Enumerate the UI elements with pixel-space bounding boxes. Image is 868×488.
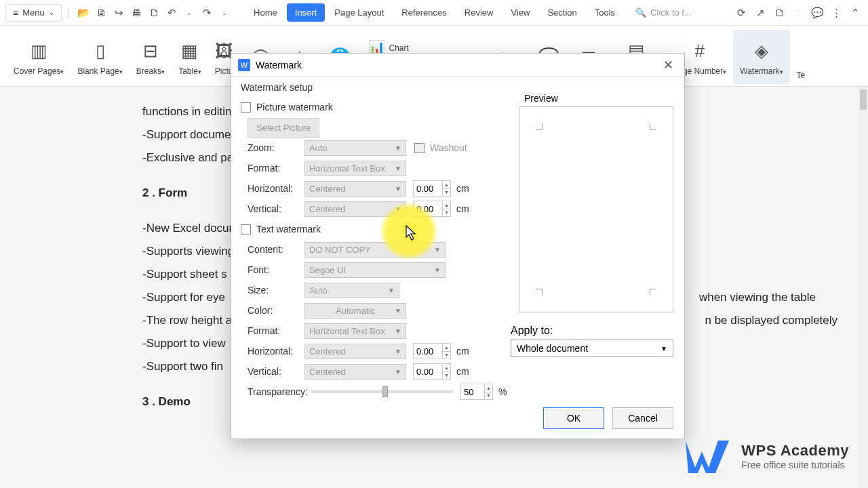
more-icon[interactable]: ⋮ <box>829 5 844 20</box>
format2-select[interactable]: Horizontal Text Box▼ <box>304 323 406 339</box>
tab-page-layout[interactable]: Page Layout <box>326 3 392 22</box>
vertical-select[interactable]: Centered▼ <box>304 201 406 217</box>
vertical-offset-input[interactable] <box>413 201 443 217</box>
content-select[interactable]: DO NOT COPY▼ <box>304 242 446 258</box>
vertical2-offset[interactable]: ▲▼ <box>413 363 451 380</box>
vertical2-label: Vertical: <box>241 366 304 377</box>
text-watermark-checkbox[interactable] <box>241 224 251 235</box>
tab-review[interactable]: Review <box>456 3 502 22</box>
picture-watermark-checkbox[interactable] <box>241 102 251 113</box>
chevron-down-icon[interactable]: ⌄ <box>217 5 232 20</box>
size-select[interactable]: Auto▼ <box>304 283 399 298</box>
picture-watermark-label: Picture watermark <box>256 102 333 113</box>
preview-icon[interactable]: 🗋 <box>146 5 161 20</box>
slider-thumb[interactable] <box>382 386 388 397</box>
cancel-button[interactable]: Cancel <box>612 407 673 429</box>
redo-icon[interactable]: ↷ <box>199 5 214 20</box>
print-icon[interactable]: 🖶 <box>129 5 144 20</box>
textbox-button[interactable]: Te <box>790 30 812 84</box>
horizontal-offset[interactable]: ▲▼ <box>413 180 451 197</box>
unit-label: cm <box>456 366 469 377</box>
tab-view[interactable]: View <box>502 3 538 22</box>
menu-bar: ≡ Menu ⌄ | 📂 🗎 ↪ 🖶 🗋 ↶ ⌄ ↷ ⌄ Home Insert… <box>0 0 868 26</box>
comment-icon[interactable]: 💬 <box>810 5 825 20</box>
vertical-label: Vertical: <box>241 203 304 214</box>
color-select[interactable]: Automatic▼ <box>304 303 406 319</box>
transparency-slider[interactable] <box>311 390 454 393</box>
horizontal2-offset[interactable]: ▲▼ <box>413 343 451 359</box>
label: Chart <box>389 43 409 53</box>
tab-references[interactable]: References <box>393 3 454 22</box>
tab-tools[interactable]: Tools <box>587 3 623 22</box>
zoom-select[interactable]: Auto▼ <box>304 140 406 156</box>
search-icon: 🔍 <box>635 7 646 18</box>
tab-section[interactable]: Section <box>539 3 585 22</box>
label: Cover Pages <box>14 66 60 76</box>
transparency-value[interactable]: ▲▼ <box>460 384 493 400</box>
preview-label: Preview <box>519 93 673 104</box>
wps-academy-logo: WPS Academy Free office suite tutorials <box>684 438 849 474</box>
app-icon: W <box>238 59 250 71</box>
watermark-dialog: W Watermark ✕ Watermark setup Picture wa… <box>231 53 685 439</box>
horizontal2-offset-input[interactable] <box>413 343 443 359</box>
logo-icon <box>684 438 732 474</box>
watermark-button[interactable]: ◈ Watermark▾ <box>733 30 789 84</box>
label: Breaks <box>136 66 161 76</box>
transparency-input[interactable] <box>460 384 485 400</box>
vertical2-offset-input[interactable] <box>413 363 443 380</box>
academy-subtitle: Free office suite tutorials <box>741 460 849 470</box>
search-box[interactable]: 🔍 Click to f... <box>635 7 710 18</box>
close-icon[interactable]: ✕ <box>659 56 677 74</box>
select-picture-button[interactable]: Select Picture <box>248 118 319 138</box>
export-icon[interactable]: ↪ <box>111 5 126 20</box>
vertical2-select[interactable]: Centered▼ <box>304 364 406 380</box>
content-label: Content: <box>241 244 304 255</box>
page-number-icon: # <box>695 38 705 65</box>
titlebar-right-icons: ⟳ ↗ 🗋 : 💬 ⋮ ⌃ <box>734 5 863 20</box>
unit-label: cm <box>456 183 469 194</box>
format2-label: Format: <box>241 325 304 336</box>
collapse-ribbon-icon[interactable]: ⌃ <box>848 5 863 20</box>
label: Watermark <box>740 66 779 76</box>
horizontal2-label: Horizontal: <box>241 346 304 357</box>
scrollbar[interactable] <box>859 87 868 488</box>
tab-insert[interactable]: Insert <box>287 3 326 22</box>
sync-icon[interactable]: ⟳ <box>734 5 749 20</box>
menu-label: Menu <box>22 7 45 18</box>
academy-title: WPS Academy <box>741 442 849 460</box>
font-select[interactable]: Segoe UI▼ <box>304 262 446 278</box>
breaks-button[interactable]: ⊟ Breaks▾ <box>130 30 172 84</box>
breaks-icon: ⊟ <box>143 38 158 65</box>
preview-panel: Preview <box>519 93 673 312</box>
watermark-icon: ◈ <box>755 38 768 65</box>
scrollbar-thumb[interactable] <box>860 89 867 110</box>
chevron-down-icon[interactable]: ⌄ <box>182 5 197 20</box>
format-select[interactable]: Horizontal Text Box▼ <box>304 161 406 176</box>
label: Te <box>797 70 806 80</box>
vertical-offset[interactable]: ▲▼ <box>413 201 451 217</box>
preview-frame <box>519 106 673 312</box>
washout-checkbox[interactable] <box>414 143 425 153</box>
blank-page-button[interactable]: ▯ Blank Page▾ <box>71 30 129 84</box>
cover-pages-button[interactable]: ▥ Cover Pages▾ <box>7 30 71 84</box>
format-label: Format: <box>241 163 304 174</box>
undo-icon[interactable]: ↶ <box>164 5 179 20</box>
horizontal-select[interactable]: Centered▼ <box>304 181 406 197</box>
share-icon[interactable]: ↗ <box>753 5 768 20</box>
horizontal2-select[interactable]: Centered▼ <box>304 344 406 359</box>
menu-button[interactable]: ≡ Menu ⌄ <box>5 4 62 22</box>
blank-page-icon: ▯ <box>96 38 105 65</box>
quick-access-toolbar: 📂 🗎 ↪ 🖶 🗋 ↶ ⌄ ↷ ⌄ <box>76 5 232 20</box>
ok-button[interactable]: OK <box>543 407 604 429</box>
table-button[interactable]: ▦ Table▾ <box>172 30 208 84</box>
open-icon[interactable]: 📂 <box>76 5 91 20</box>
horizontal-offset-input[interactable] <box>413 180 443 197</box>
save-icon[interactable]: 🗎 <box>94 5 108 20</box>
color-label: Color: <box>241 305 304 316</box>
dialog-titlebar: W Watermark ✕ <box>231 54 684 77</box>
apply-to-select[interactable]: Whole document▼ <box>511 340 673 357</box>
doc-icon[interactable]: 🗋 <box>772 5 787 20</box>
tab-home[interactable]: Home <box>245 3 285 22</box>
dialog-title: Watermark <box>256 60 302 70</box>
unit-label: cm <box>456 203 469 214</box>
